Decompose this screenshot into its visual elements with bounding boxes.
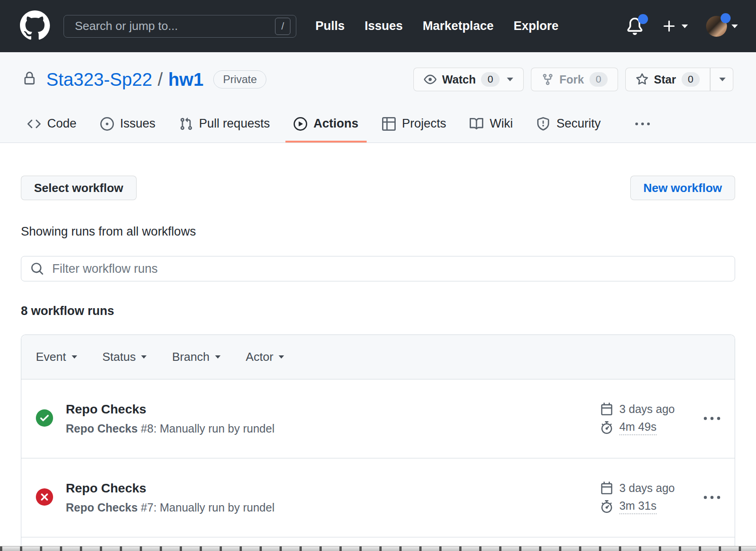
tab-label: Security xyxy=(556,117,601,131)
chevron-down-icon xyxy=(507,78,513,81)
star-dropdown-button[interactable] xyxy=(710,68,733,91)
tab-projects[interactable]: Projects xyxy=(374,111,455,143)
run-age: 3 days ago xyxy=(619,403,675,416)
unread-notifications-dot xyxy=(638,14,648,24)
breadcrumb: Sta323-Sp22 / hw1 xyxy=(46,69,203,90)
breadcrumb-separator: / xyxy=(152,69,168,90)
avatar-status-dot xyxy=(721,13,731,23)
tab-pull-requests[interactable]: Pull requests xyxy=(171,111,278,143)
x-circle-icon xyxy=(36,488,53,507)
code-icon xyxy=(27,117,41,131)
star-count: 0 xyxy=(682,72,700,87)
tab-label: Issues xyxy=(120,117,156,131)
nav-issues[interactable]: Issues xyxy=(365,19,403,33)
nav-pulls[interactable]: Pulls xyxy=(315,19,345,33)
search-input[interactable] xyxy=(75,19,275,33)
tab-label: Wiki xyxy=(490,117,513,131)
kebab-horizontal-icon xyxy=(704,490,720,506)
actor-filter-dropdown[interactable]: Actor xyxy=(246,350,285,364)
run-duration: 4m 49s xyxy=(619,420,657,435)
watch-label: Watch xyxy=(442,73,476,86)
filter-label: Event xyxy=(36,350,66,364)
run-subtitle-detail: #7: Manually run by rundel xyxy=(137,501,275,514)
issue-opened-icon xyxy=(100,117,114,131)
chevron-down-icon xyxy=(72,355,77,359)
run-title-link[interactable]: Repo Checks xyxy=(66,402,275,417)
filter-label: Status xyxy=(103,350,136,364)
kebab-horizontal-icon xyxy=(704,411,720,427)
run-subtitle: Repo Checks #7: Manually run by rundel xyxy=(66,501,275,514)
branch-filter-dropdown[interactable]: Branch xyxy=(172,350,220,364)
search-input-wrap[interactable] xyxy=(75,19,275,33)
play-circle-icon xyxy=(294,117,307,131)
run-options-button[interactable] xyxy=(704,411,720,427)
filter-workflow-runs-box[interactable] xyxy=(21,256,735,281)
run-subtitle-workflow: Repo Checks xyxy=(66,422,137,435)
kebab-horizontal-icon xyxy=(635,117,650,132)
star-button[interactable]: Star 0 xyxy=(625,68,710,91)
create-new-menu-button[interactable] xyxy=(662,19,688,34)
book-icon xyxy=(470,117,483,131)
global-navbar: / Pulls Issues Marketplace Explore xyxy=(0,0,756,52)
chevron-down-icon xyxy=(731,25,738,28)
chevron-down-icon xyxy=(141,355,147,359)
runs-table-header: Event Status Branch Actor xyxy=(21,335,735,379)
stopwatch-icon xyxy=(600,500,613,513)
repo-owner-link[interactable]: Sta323-Sp22 xyxy=(46,69,152,90)
workflow-run-row: Repo Checks Repo Checks #8: Manually run… xyxy=(21,379,735,458)
global-nav-links: Pulls Issues Marketplace Explore xyxy=(315,19,559,33)
tab-security[interactable]: Security xyxy=(528,111,609,143)
run-title-link[interactable]: Repo Checks xyxy=(66,481,275,496)
chevron-down-icon xyxy=(215,355,221,359)
project-table-icon xyxy=(382,117,396,131)
run-subtitle-workflow: Repo Checks xyxy=(66,501,137,514)
run-subtitle: Repo Checks #8: Manually run by rundel xyxy=(66,422,275,435)
repo-tabs: Code Issues Pull requests Actions Projec… xyxy=(0,111,756,143)
filter-workflow-runs-input[interactable] xyxy=(52,262,726,276)
fork-count: 0 xyxy=(589,72,608,87)
watch-button[interactable]: Watch 0 xyxy=(413,68,523,91)
user-menu-button[interactable] xyxy=(706,16,738,37)
shield-icon xyxy=(536,117,550,131)
workflow-run-row: Repo Checks Repo Checks #7: Manually run… xyxy=(21,458,735,537)
tab-label: Actions xyxy=(314,117,358,131)
watch-count: 0 xyxy=(481,72,499,87)
repo-name-link[interactable]: hw1 xyxy=(168,69,204,90)
stopwatch-icon xyxy=(600,421,613,434)
eye-icon xyxy=(424,73,437,86)
nav-marketplace[interactable]: Marketplace xyxy=(423,19,494,33)
star-icon xyxy=(636,73,648,86)
event-filter-dropdown[interactable]: Event xyxy=(36,350,77,364)
chevron-down-icon xyxy=(719,78,726,81)
fork-button[interactable]: Fork 0 xyxy=(531,68,618,91)
nav-explore[interactable]: Explore xyxy=(514,19,559,33)
calendar-icon xyxy=(600,403,613,415)
run-age: 3 days ago xyxy=(619,482,675,495)
check-circle-icon xyxy=(36,409,53,428)
showing-runs-text: Showing runs from all workflows xyxy=(21,225,735,239)
status-filter-dropdown[interactable]: Status xyxy=(103,350,147,364)
select-workflow-button[interactable]: Select workflow xyxy=(21,176,137,200)
calendar-icon xyxy=(600,482,613,494)
fork-label: Fork xyxy=(560,73,584,86)
run-options-button[interactable] xyxy=(704,490,720,506)
fork-icon xyxy=(541,73,554,86)
workflow-runs-count: 8 workflow runs xyxy=(21,304,735,318)
search-shortcut-key: / xyxy=(275,18,290,35)
run-meta: 3 days ago 4m 49s xyxy=(600,403,675,435)
tab-actions[interactable]: Actions xyxy=(285,111,367,143)
tab-code[interactable]: Code xyxy=(19,111,85,143)
notifications-bell-button[interactable] xyxy=(626,18,643,35)
lock-icon xyxy=(23,72,36,87)
background-window-edge xyxy=(0,546,756,551)
tab-label: Pull requests xyxy=(199,117,270,131)
repo-header: Sta323-Sp22 / hw1 Private Watch 0 Fork 0… xyxy=(0,52,756,143)
tab-wiki[interactable]: Wiki xyxy=(461,111,521,143)
run-meta: 3 days ago 3m 31s xyxy=(600,482,675,514)
pull-request-icon xyxy=(179,117,193,131)
github-logo-icon[interactable] xyxy=(20,10,50,42)
new-workflow-button[interactable]: New workflow xyxy=(630,176,735,200)
global-search[interactable]: / xyxy=(64,15,296,38)
tab-issues[interactable]: Issues xyxy=(92,111,164,143)
tabs-overflow-button[interactable] xyxy=(635,117,650,143)
